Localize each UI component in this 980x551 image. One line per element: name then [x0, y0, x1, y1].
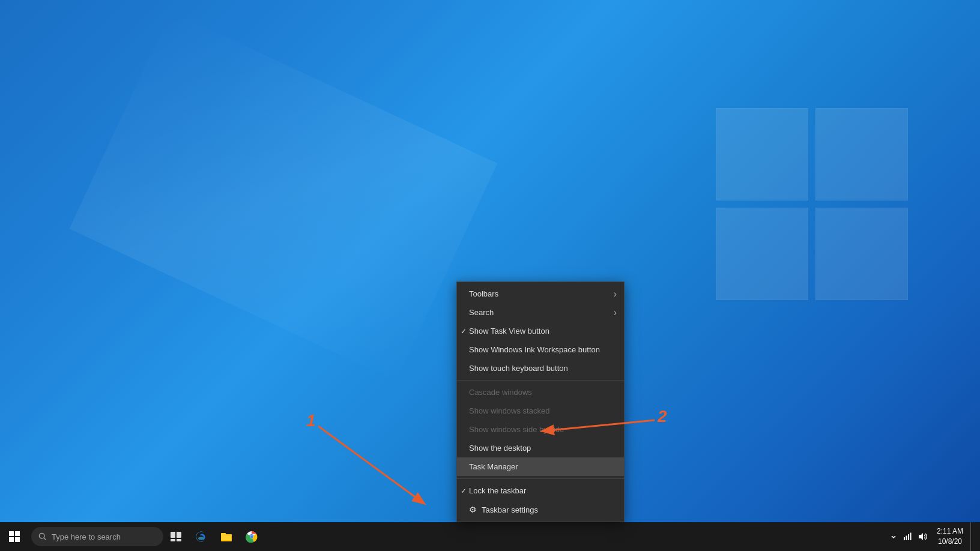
- system-clock[interactable]: 2:11 AM 10/8/20: [930, 522, 970, 551]
- menu-item-search[interactable]: Search: [457, 303, 624, 322]
- menu-item-show-touch-keyboard[interactable]: Show touch keyboard button: [457, 359, 624, 378]
- system-tray: 2:11 AM 10/8/20: [886, 522, 980, 551]
- menu-item-task-manager[interactable]: Task Manager: [457, 457, 624, 476]
- svg-rect-8: [221, 533, 226, 535]
- menu-item-label: Search: [469, 308, 494, 317]
- show-desktop-button[interactable]: [970, 522, 975, 551]
- menu-item-label: Show Task View button: [469, 327, 549, 336]
- task-view-icon: [171, 532, 181, 541]
- svg-point-6: [198, 537, 204, 540]
- svg-rect-9: [222, 535, 231, 540]
- start-button[interactable]: [0, 522, 29, 551]
- svg-line-19: [318, 426, 423, 503]
- menu-item-show-ink-workspace[interactable]: Show Windows Ink Workspace button: [457, 340, 624, 359]
- annotation-1: 1: [306, 411, 316, 430]
- windows-logo-watermark: [716, 108, 908, 300]
- menu-separator: [457, 380, 624, 381]
- menu-item-taskbar-settings[interactable]: ⚙Taskbar settings: [457, 500, 624, 519]
- chrome-browser-button[interactable]: [239, 522, 264, 551]
- tray-overflow-button[interactable]: [886, 522, 901, 551]
- clock-date: 10/8/20: [938, 537, 962, 547]
- menu-item-cascade-windows: Cascade windows: [457, 383, 624, 402]
- svg-rect-2: [171, 532, 175, 538]
- menu-item-label: Show windows stacked: [469, 406, 549, 415]
- file-explorer-button[interactable]: [214, 522, 239, 551]
- menu-item-show-stacked: Show windows stacked: [457, 402, 624, 420]
- menu-item-label: Show touch keyboard button: [469, 364, 568, 373]
- network-tray-icon[interactable]: [901, 522, 915, 551]
- search-icon: [38, 532, 47, 541]
- menu-item-toolbars[interactable]: Toolbars: [457, 285, 624, 303]
- volume-tray-icon[interactable]: [915, 522, 930, 551]
- taskbar: Type here to search: [0, 522, 980, 551]
- menu-item-label: Show windows side by side: [469, 425, 564, 434]
- gear-icon: ⚙: [469, 505, 477, 514]
- svg-point-0: [39, 533, 44, 538]
- chrome-icon: [246, 531, 258, 543]
- search-bar-placeholder: Type here to search: [52, 532, 121, 541]
- clock-time: 2:11 AM: [937, 526, 963, 537]
- svg-point-13: [250, 535, 253, 538]
- edge-icon: [195, 531, 207, 543]
- windows-start-icon: [9, 531, 20, 542]
- desktop-streak: [69, 11, 497, 381]
- svg-rect-4: [171, 539, 175, 541]
- menu-item-label: Cascade windows: [469, 388, 532, 397]
- svg-rect-14: [904, 537, 905, 540]
- taskbar-search[interactable]: Type here to search: [31, 527, 163, 546]
- svg-rect-17: [910, 533, 911, 541]
- svg-rect-5: [177, 539, 181, 541]
- menu-item-label: Taskbar settings: [482, 505, 538, 514]
- menu-item-show-task-view[interactable]: Show Task View button: [457, 322, 624, 340]
- edge-browser-button[interactable]: [189, 522, 214, 551]
- menu-item-label: Show the desktop: [469, 444, 531, 453]
- context-menu: ToolbarsSearchShow Task View buttonShow …: [456, 282, 625, 522]
- desktop: ToolbarsSearchShow Task View buttonShow …: [0, 0, 980, 551]
- menu-item-label: Show Windows Ink Workspace button: [469, 345, 600, 354]
- svg-rect-15: [906, 536, 907, 541]
- menu-item-lock-taskbar[interactable]: Lock the taskbar: [457, 481, 624, 500]
- svg-line-1: [44, 538, 46, 540]
- menu-item-label: Task Manager: [469, 462, 518, 471]
- svg-marker-18: [919, 533, 923, 540]
- svg-rect-16: [908, 534, 909, 540]
- menu-item-show-desktop[interactable]: Show the desktop: [457, 439, 624, 457]
- menu-item-show-side-by-side: Show windows side by side: [457, 420, 624, 439]
- menu-item-label: Lock the taskbar: [469, 486, 526, 495]
- svg-rect-3: [177, 532, 181, 538]
- annotation-2: 2: [658, 407, 667, 426]
- menu-separator: [457, 478, 624, 479]
- file-explorer-icon: [220, 531, 232, 542]
- menu-item-label: Toolbars: [469, 289, 498, 298]
- task-view-button[interactable]: [163, 522, 189, 551]
